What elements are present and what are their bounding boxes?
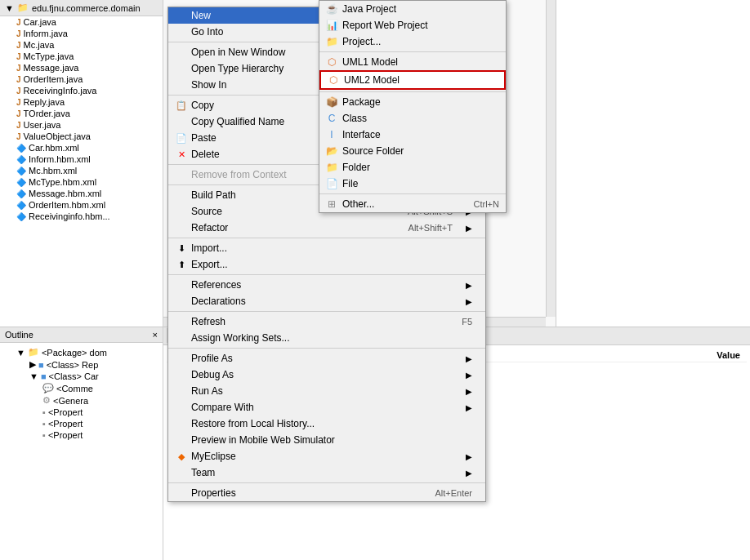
tree-item[interactable]: J Reply.java bbox=[0, 96, 163, 108]
menu-item-compare-with[interactable]: Compare With ▶ bbox=[168, 399, 485, 416]
outline-tree-item[interactable]: ▼ ■ <Class> Car bbox=[0, 371, 163, 382]
submenu-item-uml1-model[interactable]: ⬡ UML1 Model bbox=[319, 54, 506, 70]
menu-item-restore-local-history[interactable]: Restore from Local History... bbox=[168, 416, 485, 432]
delete-icon: ✕ bbox=[175, 149, 188, 160]
menu-shortcut: F5 bbox=[462, 317, 472, 327]
menu-item-label: Export... bbox=[191, 259, 228, 270]
other-icon: ⊞ bbox=[324, 198, 339, 210]
menu-item-run-as[interactable]: Run As ▶ bbox=[168, 383, 485, 399]
menu-item-refresh[interactable]: Refresh F5 bbox=[168, 313, 485, 330]
submenu-new: ☕ Java Project 📊 Report Web Project 📁 Pr… bbox=[319, 0, 507, 213]
menu-item-profile-as[interactable]: Profile As ▶ bbox=[168, 350, 485, 367]
menu-separator bbox=[168, 482, 485, 483]
submenu-item-interface[interactable]: I Interface bbox=[319, 127, 506, 143]
outline-tree-item[interactable]: ▪ <Propert bbox=[0, 418, 163, 429]
submenu-item-other[interactable]: ⊞ Other... Ctrl+N bbox=[319, 196, 506, 212]
menu-item-label: Build Path bbox=[191, 189, 236, 201]
submenu-item-file[interactable]: 📄 File bbox=[319, 176, 506, 192]
menu-item-assign-working-sets[interactable]: Assign Working Sets... bbox=[168, 330, 485, 346]
close-icon[interactable]: × bbox=[153, 330, 158, 340]
menu-item-label: Copy bbox=[191, 100, 214, 111]
menu-shortcut: Alt+Enter bbox=[435, 488, 472, 498]
uml2-icon: ⬡ bbox=[326, 74, 341, 86]
tree-item[interactable]: 🔷 Message.hbm.xml bbox=[0, 188, 163, 199]
java-file-icon: J bbox=[16, 41, 21, 50]
outline-tree-item[interactable]: ⚙ <Genera bbox=[0, 394, 163, 407]
outline-item-label: <Class> Car bbox=[49, 371, 99, 381]
project-icon: 📁 bbox=[324, 36, 339, 47]
import-icon: ⬇ bbox=[175, 243, 188, 254]
menu-item-label: Profile As bbox=[191, 353, 233, 364]
submenu-item-label: File bbox=[342, 178, 358, 189]
menu-item-properties[interactable]: Properties Alt+Enter bbox=[168, 485, 485, 501]
tree-item[interactable]: 🔷 McType.hbm.xml bbox=[0, 176, 163, 188]
outline-tree-item[interactable]: ▪ <Propert bbox=[0, 429, 163, 441]
submenu-item-label: UML1 Model bbox=[342, 56, 398, 68]
menu-separator bbox=[168, 348, 485, 349]
outline-tree-item[interactable]: ▶ ■ <Class> Rep bbox=[0, 358, 163, 371]
tree-item[interactable]: J Mc.java bbox=[0, 39, 163, 51]
submenu-item-project[interactable]: 📁 Project... bbox=[319, 33, 506, 50]
menu-item-label: Remove from Context bbox=[191, 169, 287, 180]
folder-expand-icon: ▼ bbox=[16, 348, 25, 358]
menu-item-label: Debug As bbox=[191, 369, 234, 380]
menu-separator bbox=[168, 238, 485, 238]
tree-item[interactable]: 🔷 Car.hbm.xml bbox=[0, 142, 163, 153]
menu-item-references[interactable]: References ▶ bbox=[168, 277, 485, 293]
tree-item[interactable]: 🔷 Receivinginfo.hbm... bbox=[0, 211, 163, 222]
submenu-item-report-web-project[interactable]: 📊 Report Web Project bbox=[319, 17, 506, 33]
submenu-item-java-project[interactable]: ☕ Java Project bbox=[319, 1, 506, 17]
submenu-separator bbox=[319, 193, 506, 194]
tree-item[interactable]: J TOrder.java bbox=[0, 108, 163, 119]
submenu-item-source-folder[interactable]: 📂 Source Folder bbox=[319, 143, 506, 159]
outline-item-label: <Class> Rep bbox=[47, 360, 99, 370]
outline-tree-item[interactable]: ▼ 📁 <Package> dom bbox=[0, 346, 163, 358]
menu-shortcut: Alt+Shift+T bbox=[408, 223, 453, 233]
menu-item-label: Assign Working Sets... bbox=[191, 332, 290, 344]
xml-file-icon: 🔷 bbox=[16, 189, 26, 198]
submenu-item-class[interactable]: C Class bbox=[319, 110, 506, 127]
submenu-item-folder[interactable]: 📁 Folder bbox=[319, 159, 506, 176]
submenu-item-package[interactable]: 📦 Package bbox=[319, 94, 506, 110]
java-file-icon: J bbox=[16, 18, 21, 27]
tree-item[interactable]: J OrderItem.java bbox=[0, 73, 163, 85]
java-file-icon: J bbox=[16, 121, 21, 130]
menu-separator bbox=[168, 274, 485, 275]
tree-item[interactable]: J Message.java bbox=[0, 62, 163, 73]
property-icon: ▪ bbox=[42, 419, 46, 429]
expand-icon: ▶ bbox=[29, 359, 36, 370]
file-label: Inform.hbm.xml bbox=[29, 154, 91, 164]
tree-item[interactable]: J McType.java bbox=[0, 51, 163, 62]
outline-tree-item[interactable]: 💬 <Comme bbox=[0, 382, 163, 394]
menu-item-myeclipse[interactable]: ◆ MyEclipse ▶ bbox=[168, 448, 485, 464]
submenu-arrow: ▶ bbox=[466, 387, 472, 396]
menu-item-debug-as[interactable]: Debug As ▶ bbox=[168, 367, 485, 383]
menu-item-declarations[interactable]: Declarations ▶ bbox=[168, 293, 485, 309]
submenu-item-label: Report Web Project bbox=[342, 20, 428, 31]
vertical-scrollbar[interactable] bbox=[546, 0, 556, 317]
menu-item-team[interactable]: Team ▶ bbox=[168, 464, 485, 481]
right-panel bbox=[556, 0, 750, 327]
submenu-item-uml2-model[interactable]: ⬡ UML2 Model bbox=[319, 70, 506, 90]
menu-item-preview-mobile[interactable]: Preview in Mobile Web Simulator bbox=[168, 432, 485, 448]
file-label: Message.hbm.xml bbox=[29, 189, 101, 198]
tree-item[interactable]: J User.java bbox=[0, 119, 163, 131]
tree-item[interactable]: 🔷 Mc.hbm.xml bbox=[0, 165, 163, 176]
menu-item-export[interactable]: ⬆ Export... bbox=[168, 256, 485, 273]
menu-item-import[interactable]: ⬇ Import... bbox=[168, 240, 485, 256]
menu-item-label: Refactor bbox=[191, 222, 228, 233]
tree-item[interactable]: J Inform.java bbox=[0, 28, 163, 39]
menu-item-label: Declarations bbox=[191, 296, 246, 307]
tree-item[interactable]: 🔷 OrderItem.hbm.xml bbox=[0, 199, 163, 211]
submenu-item-label: Package bbox=[342, 96, 381, 108]
uml1-icon: ⬡ bbox=[324, 56, 339, 68]
tree-item[interactable]: J Car.java bbox=[0, 16, 163, 28]
tree-item[interactable]: J ValueObject.java bbox=[0, 131, 163, 142]
tree-item[interactable]: 🔷 Inform.hbm.xml bbox=[0, 153, 163, 165]
java-project-icon: ☕ bbox=[324, 3, 339, 15]
outline-tree-item[interactable]: ▪ <Propert bbox=[0, 407, 163, 418]
folder-icon: 📁 bbox=[324, 162, 339, 173]
tree-item[interactable]: J ReceivingInfo.java bbox=[0, 85, 163, 96]
menu-item-refactor[interactable]: Refactor Alt+Shift+T ▶ bbox=[168, 220, 485, 236]
menu-item-label: Show In bbox=[191, 79, 226, 91]
